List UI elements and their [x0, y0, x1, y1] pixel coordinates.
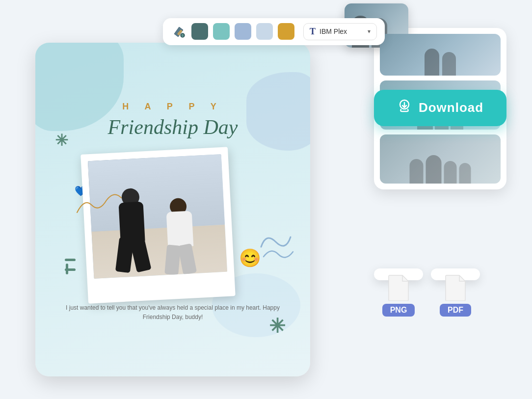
download-button[interactable]: Download: [374, 90, 506, 126]
format-card-png[interactable]: PNG: [374, 268, 423, 280]
paint-bucket-icon[interactable]: [171, 24, 186, 39]
download-icon: [397, 99, 412, 117]
happy-label: H A P P Y: [35, 102, 310, 112]
dash-deco-1: [65, 259, 76, 261]
thumbnail-1[interactable]: [380, 34, 501, 76]
gold-curly-decoration: [75, 188, 124, 219]
font-selector[interactable]: T IBM Plex ▾: [303, 23, 377, 40]
right-panel: Download PNG: [374, 28, 506, 189]
curly-line-decoration: [256, 227, 295, 268]
polaroid-photo: [80, 147, 235, 303]
color-swatch-pale-blue[interactable]: [256, 23, 273, 40]
download-label: Download: [419, 100, 483, 115]
format-card-pdf[interactable]: PDF: [431, 268, 480, 280]
color-swatch-light-teal[interactable]: [213, 23, 230, 40]
thumbnail-3[interactable]: [380, 134, 501, 184]
chevron-down-icon: ▾: [368, 28, 371, 35]
color-swatch-dark-teal[interactable]: [191, 23, 208, 40]
design-canvas: ✳ ✳ 💙 H A P P Y Friendship Day: [35, 43, 310, 376]
pdf-badge: PDF: [440, 304, 471, 317]
thumbnail-3-image: [380, 134, 501, 184]
toolbar: T IBM Plex ▾: [163, 18, 385, 45]
card-caption: I just wanted to tell you that you've al…: [60, 303, 286, 322]
color-swatch-light-blue[interactable]: [235, 23, 251, 40]
color-swatch-golden[interactable]: [278, 23, 294, 40]
png-doc-icon: [388, 274, 409, 301]
pdf-doc-icon: [445, 274, 466, 301]
dash-deco-3: [66, 264, 68, 274]
font-name-label: IBM Plex: [319, 27, 364, 35]
friendship-day-title: Friendship Day: [35, 115, 310, 139]
thumbnail-1-image: [380, 34, 501, 76]
png-badge: PNG: [382, 304, 415, 317]
font-T-icon: T: [310, 27, 316, 37]
